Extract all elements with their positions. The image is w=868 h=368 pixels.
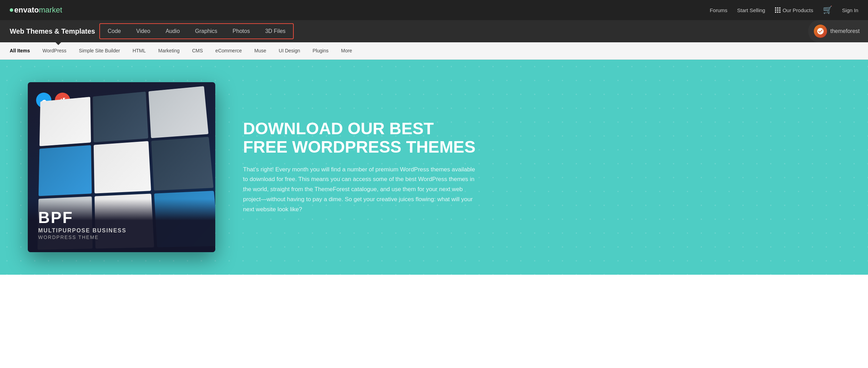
filter-html[interactable]: HTML: [126, 42, 152, 59]
cat-code[interactable]: Code: [100, 25, 128, 37]
logo-envato-text: envato: [14, 6, 39, 15]
filter-navigation: All Items WordPress Simple Site Builder …: [0, 42, 868, 60]
themeforest-logo-icon: [814, 25, 827, 38]
our-products-label: Our Products: [783, 7, 813, 13]
tile-2: [93, 92, 148, 142]
site-title: Web Themes & Templates: [10, 27, 95, 35]
themeforest-label: themeforest: [831, 28, 860, 34]
themeforest-badge[interactable]: themeforest: [808, 20, 868, 42]
hero-body-text: That's right! Every month you will find …: [243, 165, 479, 215]
top-navigation: envato market Forums Start Selling Our P…: [0, 0, 868, 20]
secondary-navigation: Web Themes & Templates Code Video Audio …: [0, 20, 868, 42]
filter-wordpress[interactable]: WordPress: [36, 42, 73, 59]
hero-image: ☁ ↺ BPF MULTIPURPOSE BUSINESS WORDPRESS …: [28, 82, 215, 252]
start-selling-link[interactable]: Start Selling: [737, 7, 765, 13]
cart-icon[interactable]: 🛒: [823, 6, 832, 15]
filter-ecommerce[interactable]: eCommerce: [209, 42, 248, 59]
hero-section: ☁ ↺ BPF MULTIPURPOSE BUSINESS WORDPRESS …: [0, 60, 868, 275]
cat-audio[interactable]: Audio: [158, 25, 187, 37]
filter-all-items[interactable]: All Items: [10, 42, 36, 59]
tile-3: [148, 86, 208, 138]
bpf-title: BPF: [38, 209, 205, 225]
category-navigation: Code Video Audio Graphics Photos 3D File…: [99, 23, 294, 39]
tile-6: [151, 137, 214, 191]
cat-3d-files[interactable]: 3D Files: [258, 25, 293, 37]
tile-4: [39, 145, 92, 196]
filter-more[interactable]: More: [335, 42, 358, 59]
filter-ui-design[interactable]: UI Design: [273, 42, 306, 59]
filter-simple-site-builder[interactable]: Simple Site Builder: [73, 42, 126, 59]
filter-marketing[interactable]: Marketing: [152, 42, 186, 59]
cat-photos[interactable]: Photos: [225, 25, 258, 37]
filter-muse[interactable]: Muse: [248, 42, 273, 59]
sign-in-button[interactable]: Sign In: [842, 7, 858, 13]
nav-triangle-indicator: [55, 42, 62, 45]
bpf-type: WORDPRESS THEME: [38, 234, 205, 240]
tile-1: [40, 97, 91, 146]
filter-plugins[interactable]: Plugins: [306, 42, 335, 59]
cat-graphics[interactable]: Graphics: [187, 25, 225, 37]
logo[interactable]: envato market: [10, 6, 62, 15]
tile-5: [94, 141, 151, 194]
bpf-overlay: BPF MULTIPURPOSE BUSINESS WORDPRESS THEM…: [28, 199, 215, 252]
top-nav-right: Forums Start Selling Our Products 🛒 Sign…: [710, 6, 858, 15]
filter-cms[interactable]: CMS: [186, 42, 209, 59]
bpf-subtitle: MULTIPURPOSE BUSINESS: [38, 228, 205, 234]
hero-headline: DOWNLOAD OUR BEST FREE WORDPRESS THEMES: [243, 120, 479, 156]
logo-market-text: market: [39, 6, 62, 15]
grid-icon: [775, 7, 781, 13]
hero-text-block: DOWNLOAD OUR BEST FREE WORDPRESS THEMES …: [243, 120, 479, 215]
logo-dot: [10, 8, 13, 12]
our-products-button[interactable]: Our Products: [775, 7, 813, 13]
cat-video[interactable]: Video: [128, 25, 158, 37]
forums-link[interactable]: Forums: [710, 7, 727, 13]
